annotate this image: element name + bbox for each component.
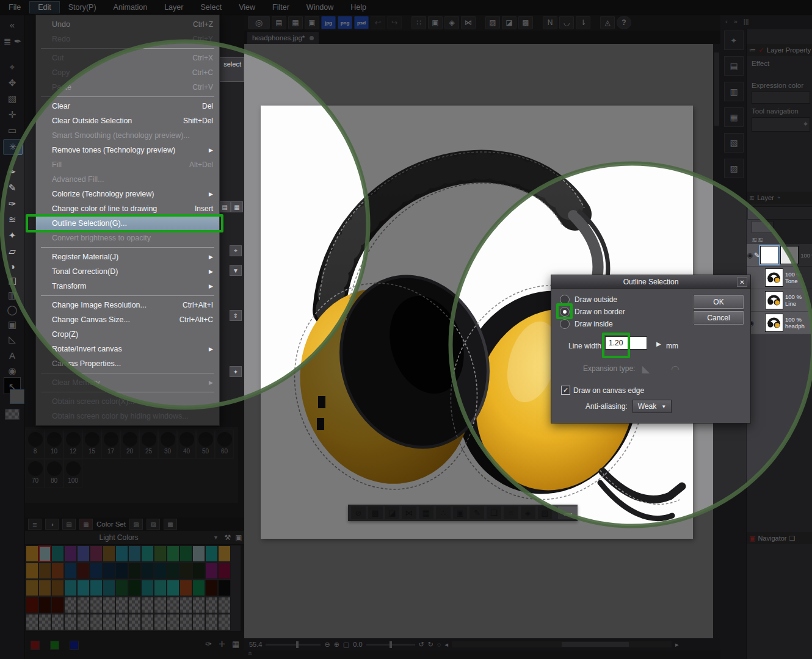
color-swatch[interactable] <box>38 580 51 596</box>
color-swatch[interactable] <box>141 546 154 562</box>
brush-size-25[interactable]: 25 <box>139 430 158 459</box>
fill-tool-icon[interactable]: ◧ <box>3 273 21 288</box>
menu-item-register-material-j[interactable]: Register Material(J)▶ <box>36 250 219 264</box>
move-layer-tool-icon[interactable]: ✛ <box>3 107 21 122</box>
menu-item-change-canvas-size[interactable]: Change Canvas Size...Ctrl+Alt+C <box>36 312 219 327</box>
close-icon[interactable]: ✕ <box>737 277 747 287</box>
color-swatch[interactable] <box>141 580 154 596</box>
color-swatch[interactable] <box>218 546 231 562</box>
color-swatch[interactable] <box>51 597 64 613</box>
brush-size-15[interactable]: 15 <box>82 430 101 459</box>
navigator-tabrow[interactable]: ▣ Navigator ❏ <box>747 532 812 544</box>
deselect-icon[interactable]: ⊘ <box>351 506 366 519</box>
color-swatch[interactable] <box>115 563 128 579</box>
layer-row-selection[interactable]: ◉✎100 % <box>747 244 812 267</box>
import-folder-icon[interactable]: ▥ <box>724 82 744 101</box>
color-swatch[interactable] <box>90 563 103 579</box>
launcher-handle-icon[interactable]: ▬ <box>558 506 578 519</box>
menubar-item-layer[interactable]: Layer <box>156 1 192 13</box>
collapse-panel-icon[interactable]: « <box>3 17 21 32</box>
brush-tool-icon[interactable]: ✑ <box>3 196 21 211</box>
menubar-item-story-p[interactable]: Story(P) <box>60 1 105 13</box>
color-swatch[interactable] <box>26 580 38 596</box>
menubar-item-window[interactable]: Window <box>298 1 342 13</box>
color-history-icon[interactable]: ▩ <box>164 519 177 530</box>
shrink-selection-icon[interactable]: ▦ <box>419 506 433 519</box>
decoration-tool-icon[interactable]: ✦ <box>3 228 21 243</box>
color-swatch[interactable] <box>179 563 192 579</box>
eyedropper-icon[interactable]: ✑ <box>205 639 212 649</box>
menubar-item-edit[interactable]: Edit <box>29 1 60 13</box>
color-swatch[interactable] <box>38 563 51 579</box>
radio-draw-inside[interactable]: Draw inside <box>560 319 613 329</box>
color-swatch[interactable] <box>90 580 103 596</box>
prev-icon[interactable]: ‹ <box>725 18 728 25</box>
empty-swatch[interactable] <box>64 597 77 613</box>
move-view-tool-icon[interactable]: ✥ <box>3 76 21 90</box>
brush-size-40[interactable]: 40 <box>177 430 196 459</box>
snap-ruler-icon[interactable]: ▨ <box>485 16 500 29</box>
footer-color-swatch[interactable] <box>50 641 59 650</box>
color-swatch[interactable] <box>128 563 141 579</box>
brush-size-50[interactable]: 50 <box>196 430 215 459</box>
color-swatch[interactable] <box>64 546 77 562</box>
color-swatch[interactable] <box>205 546 218 562</box>
color-swatch[interactable] <box>77 546 90 562</box>
open-file-icon[interactable]: ▦ <box>288 16 303 29</box>
line-width-input[interactable]: 1.20 <box>605 336 629 350</box>
add-color-icon[interactable]: ✛ <box>219 639 225 649</box>
brush-size-80[interactable]: 80 <box>45 459 63 488</box>
pencil-tool-icon[interactable]: ✎ <box>3 181 21 195</box>
empty-swatch[interactable] <box>141 597 154 613</box>
fill-selection-icon[interactable]: ◈ <box>521 506 535 519</box>
empty-swatch[interactable] <box>26 614 38 630</box>
eye-icon[interactable]: ◉ <box>747 251 753 259</box>
history-icon[interactable]: ▨ <box>724 159 744 178</box>
empty-swatch[interactable] <box>154 614 167 630</box>
color-swatch[interactable] <box>103 563 115 579</box>
empty-swatch[interactable] <box>90 614 103 630</box>
menubar-item-view[interactable]: View <box>230 1 264 13</box>
frame-tool-icon[interactable]: ▣ <box>3 317 21 332</box>
reselect-icon[interactable]: ▩ <box>368 506 383 519</box>
gravity-icon[interactable]: ⇂ <box>576 16 590 29</box>
empty-swatch[interactable] <box>192 597 205 613</box>
color-swatch[interactable] <box>167 580 179 596</box>
empty-swatch[interactable] <box>77 597 90 613</box>
spinner-arrow-icon[interactable]: ▶ <box>656 340 661 347</box>
menu-item-change-image-resolution[interactable]: Change Image Resolution...Ctrl+Alt+I <box>36 298 219 312</box>
export-psd-icon[interactable]: psd <box>354 16 369 29</box>
empty-swatch[interactable] <box>51 614 64 630</box>
color-swatch[interactable] <box>103 546 115 562</box>
invert-selection-icon[interactable]: ◈ <box>444 16 459 29</box>
layer-thumbnail[interactable] <box>765 314 783 332</box>
color-swatch[interactable] <box>115 580 128 596</box>
expansion-round-icon[interactable]: ◠ <box>666 361 684 376</box>
empty-swatch[interactable] <box>154 597 167 613</box>
color-swatch[interactable] <box>26 546 38 562</box>
footer-color-swatch[interactable] <box>31 641 40 650</box>
spinner-icon[interactable]: ⇕ <box>230 310 242 321</box>
pen-tool-icon[interactable]: ✒ <box>3 165 21 179</box>
radio-icon[interactable] <box>560 295 570 304</box>
undo-icon[interactable]: ↩ <box>371 16 385 29</box>
snap-special-icon[interactable]: ◪ <box>502 16 517 29</box>
layer-thumbnail[interactable] <box>765 291 783 309</box>
empty-swatch[interactable] <box>103 614 115 630</box>
text-tool-icon[interactable]: A <box>3 348 21 362</box>
zoom-slider[interactable] <box>266 644 321 646</box>
color-swatch[interactable] <box>64 563 77 579</box>
line-width-input-2[interactable] <box>629 336 647 350</box>
reset-view-icon[interactable]: ◌ <box>437 641 441 648</box>
color-swatch[interactable] <box>218 563 231 579</box>
layer-thumbnail[interactable] <box>765 268 783 287</box>
tone-selection-icon[interactable]: ▨ <box>538 506 553 519</box>
zoom-tool-icon[interactable]: ⌖ <box>3 60 21 74</box>
layer-tabrow[interactable]: ≋ Layer ◔ <box>747 192 812 204</box>
color-swatch[interactable] <box>205 580 218 596</box>
color-swatch[interactable] <box>141 563 154 579</box>
empty-swatch[interactable] <box>179 614 192 630</box>
eraser-tool-icon[interactable]: ▱ <box>3 244 21 259</box>
new-page-icon[interactable]: ▤ <box>219 201 231 212</box>
tab-list-icon[interactable]: ≣ <box>3 34 12 49</box>
